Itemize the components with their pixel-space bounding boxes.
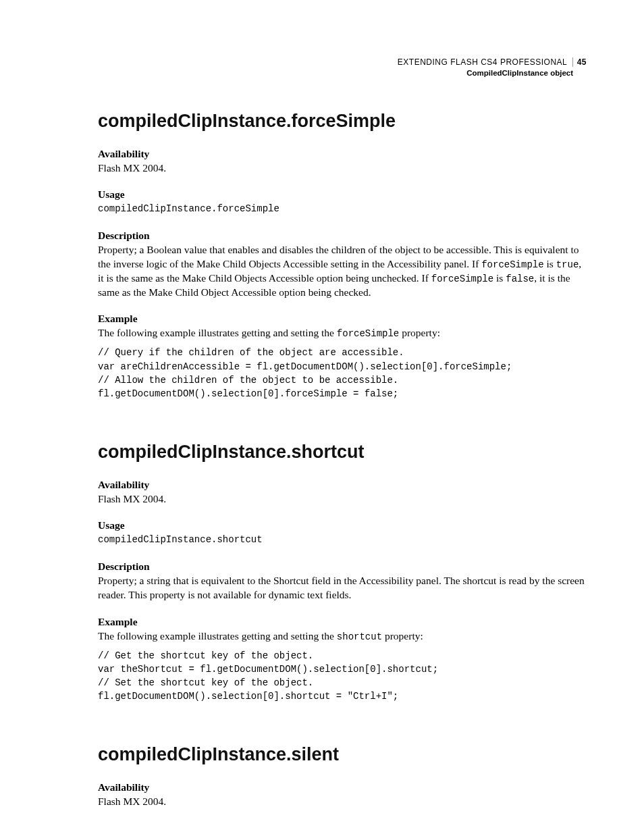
availability-label: Availability — [98, 781, 587, 793]
example-intro-pre: The following example illustrates gettin… — [98, 327, 337, 338]
example-code: // Query if the children of the object a… — [98, 346, 587, 400]
desc-mid-3: is — [493, 272, 506, 284]
example-intro-pre: The following example illustrates gettin… — [98, 630, 337, 642]
availability-label: Availability — [98, 148, 587, 160]
usage-label: Usage — [98, 519, 587, 531]
example-intro-post: property: — [382, 630, 423, 642]
section-title: compiledClipInstance.silent — [98, 744, 587, 765]
description-text: Property; a string that is equivalent to… — [98, 574, 587, 602]
header-line-1: EXTENDING FLASH CS4 PROFESSIONAL 45 — [98, 57, 587, 68]
availability-label: Availability — [98, 479, 587, 491]
example-intro-code: shortcut — [337, 631, 382, 642]
section-silent: compiledClipInstance.silent Availability… — [98, 744, 587, 809]
section-shortcut: compiledClipInstance.shortcut Availabili… — [98, 442, 587, 704]
page-container: EXTENDING FLASH CS4 PROFESSIONAL 45 Comp… — [0, 0, 644, 834]
desc-code-3: forceSimple — [431, 273, 493, 284]
description-text: Property; a Boolean value that enables a… — [98, 243, 587, 300]
desc-mid-1: is — [544, 258, 556, 269]
example-intro-post: property: — [399, 327, 440, 338]
availability-text: Flash MX 2004. — [98, 492, 587, 506]
desc-code-4: false — [506, 273, 534, 284]
availability-text: Flash MX 2004. — [98, 795, 587, 809]
section-forcesimple: compiledClipInstance.forceSimple Availab… — [98, 111, 587, 401]
running-header: EXTENDING FLASH CS4 PROFESSIONAL 45 Comp… — [98, 57, 587, 78]
section-title: compiledClipInstance.forceSimple — [98, 111, 587, 132]
header-section: CompiledClipInstance object — [98, 68, 587, 78]
example-label: Example — [98, 616, 587, 628]
example-label: Example — [98, 313, 587, 325]
desc-code-1: forceSimple — [481, 259, 543, 270]
usage-code: compiledClipInstance.shortcut — [98, 533, 587, 546]
desc-code-2: true — [556, 259, 579, 270]
availability-text: Flash MX 2004. — [98, 161, 587, 176]
example-intro-code: forceSimple — [337, 328, 399, 339]
example-code: // Get the shortcut key of the object. v… — [98, 649, 587, 704]
description-label: Description — [98, 561, 587, 573]
description-label: Description — [98, 230, 587, 242]
page-number: 45 — [572, 57, 587, 67]
doc-title: EXTENDING FLASH CS4 PROFESSIONAL — [398, 57, 567, 67]
usage-label: Usage — [98, 188, 587, 201]
usage-code: compiledClipInstance.forceSimple — [98, 202, 587, 215]
example-intro: The following example illustrates gettin… — [98, 326, 587, 340]
example-intro: The following example illustrates gettin… — [98, 629, 587, 644]
section-title: compiledClipInstance.shortcut — [98, 442, 587, 463]
